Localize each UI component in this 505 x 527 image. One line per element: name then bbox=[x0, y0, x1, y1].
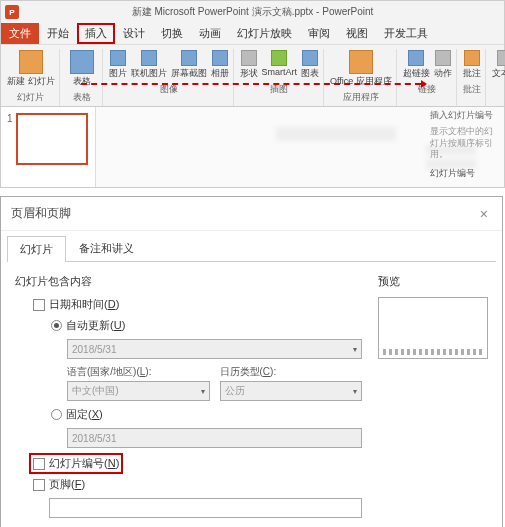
online-picture-button[interactable]: 联机图片 bbox=[130, 49, 168, 81]
screenshot-icon bbox=[181, 50, 197, 66]
tab-home[interactable]: 开始 bbox=[39, 23, 77, 44]
section-title: 幻灯片包含内容 bbox=[15, 274, 362, 289]
slide-number-checkbox[interactable] bbox=[33, 458, 45, 470]
window-title: 新建 Microsoft PowerPoint 演示文稿.pptx - Powe… bbox=[132, 5, 374, 19]
fixed-radio[interactable] bbox=[51, 409, 62, 420]
hyperlink-button[interactable]: 超链接 bbox=[402, 49, 431, 81]
new-slide-button[interactable]: 新建 幻灯片 bbox=[6, 49, 56, 89]
dialog-title: 页眉和页脚 bbox=[11, 205, 71, 222]
auto-update-label: 自动更新(U) bbox=[66, 318, 125, 333]
new-slide-icon bbox=[19, 50, 43, 74]
tab-notes[interactable]: 备注和讲义 bbox=[66, 235, 147, 261]
slide-number-label: 幻灯片编号(N) bbox=[49, 456, 119, 471]
datetime-checkbox[interactable] bbox=[33, 299, 45, 311]
picture-icon bbox=[110, 50, 126, 66]
chart-button[interactable]: 图表 bbox=[300, 49, 320, 81]
ribbon: 新建 幻灯片 幻灯片 表格 表格 图片 联机图片 屏幕截图 相册 图像 形状 S… bbox=[1, 45, 504, 107]
lang-label: 语言(国家/地区)(L): bbox=[67, 365, 210, 379]
slide-thumbnail[interactable] bbox=[16, 113, 88, 165]
tab-dev[interactable]: 开发工具 bbox=[376, 23, 436, 44]
textbox-icon bbox=[497, 50, 505, 66]
cal-label: 日历类型(C): bbox=[220, 365, 363, 379]
close-icon[interactable]: × bbox=[476, 206, 492, 222]
tab-slideshow[interactable]: 幻灯片放映 bbox=[229, 23, 300, 44]
annotation-arrow bbox=[81, 83, 421, 85]
editor-area: 插入幻灯片编号 显示文档中的幻灯片按顺序标引用。 幻灯片编号 bbox=[96, 107, 504, 187]
album-icon bbox=[212, 50, 228, 66]
smartart-icon bbox=[271, 50, 287, 66]
date-format-select[interactable]: 2018/5/31▾ bbox=[67, 339, 362, 359]
tab-design[interactable]: 设计 bbox=[115, 23, 153, 44]
tab-slide[interactable]: 幻灯片 bbox=[7, 236, 66, 262]
picture-button[interactable]: 图片 bbox=[108, 49, 128, 81]
header-footer-dialog: 页眉和页脚 × 幻灯片 备注和讲义 幻灯片包含内容 日期和时间(D) 自动更新(… bbox=[0, 196, 503, 527]
online-picture-icon bbox=[141, 50, 157, 66]
app-icon: P bbox=[5, 5, 19, 19]
preview-label: 预览 bbox=[378, 274, 488, 289]
office-apps-icon bbox=[349, 50, 373, 74]
comment-icon bbox=[464, 50, 480, 66]
comment-button[interactable]: 批注 bbox=[462, 49, 482, 81]
action-icon bbox=[435, 50, 451, 66]
language-select[interactable]: 中文(中国)▾ bbox=[67, 381, 210, 401]
tab-animation[interactable]: 动画 bbox=[191, 23, 229, 44]
menu-tabs: 文件 开始 插入 设计 切换 动画 幻灯片放映 审阅 视图 开发工具 bbox=[1, 23, 504, 45]
footer-input[interactable] bbox=[49, 498, 362, 518]
preview-box bbox=[378, 297, 488, 359]
datetime-label: 日期和时间(D) bbox=[49, 297, 119, 312]
auto-update-radio[interactable] bbox=[51, 320, 62, 331]
chevron-down-icon: ▾ bbox=[201, 387, 205, 396]
tab-transition[interactable]: 切换 bbox=[153, 23, 191, 44]
chevron-down-icon: ▾ bbox=[353, 345, 357, 354]
tab-file[interactable]: 文件 bbox=[1, 23, 39, 44]
tab-review[interactable]: 审阅 bbox=[300, 23, 338, 44]
tooltip-pane: 插入幻灯片编号 显示文档中的幻灯片按顺序标引用。 幻灯片编号 bbox=[430, 109, 500, 180]
chevron-down-icon: ▾ bbox=[353, 387, 357, 396]
calendar-select[interactable]: 公历▾ bbox=[220, 381, 363, 401]
hyperlink-icon bbox=[408, 50, 424, 66]
slide-number-label: 1 bbox=[7, 113, 13, 181]
shapes-icon bbox=[241, 50, 257, 66]
group-label-slides: 幻灯片 bbox=[17, 91, 44, 104]
tab-view[interactable]: 视图 bbox=[338, 23, 376, 44]
textbox-button[interactable]: 文本框 bbox=[491, 49, 505, 81]
smartart-button[interactable]: SmartArt bbox=[261, 49, 299, 81]
shapes-button[interactable]: 形状 bbox=[239, 49, 259, 81]
table-icon bbox=[70, 50, 94, 74]
tab-insert[interactable]: 插入 bbox=[77, 23, 115, 44]
album-button[interactable]: 相册 bbox=[210, 49, 230, 81]
screenshot-button[interactable]: 屏幕截图 bbox=[170, 49, 208, 81]
action-button[interactable]: 动作 bbox=[433, 49, 453, 81]
fixed-date-input[interactable]: 2018/5/31 bbox=[67, 428, 362, 448]
footer-label: 页脚(F) bbox=[49, 477, 85, 492]
chart-icon bbox=[302, 50, 318, 66]
footer-checkbox[interactable] bbox=[33, 479, 45, 491]
slide-panel: 1 bbox=[1, 107, 96, 187]
fixed-label: 固定(X) bbox=[66, 407, 103, 422]
